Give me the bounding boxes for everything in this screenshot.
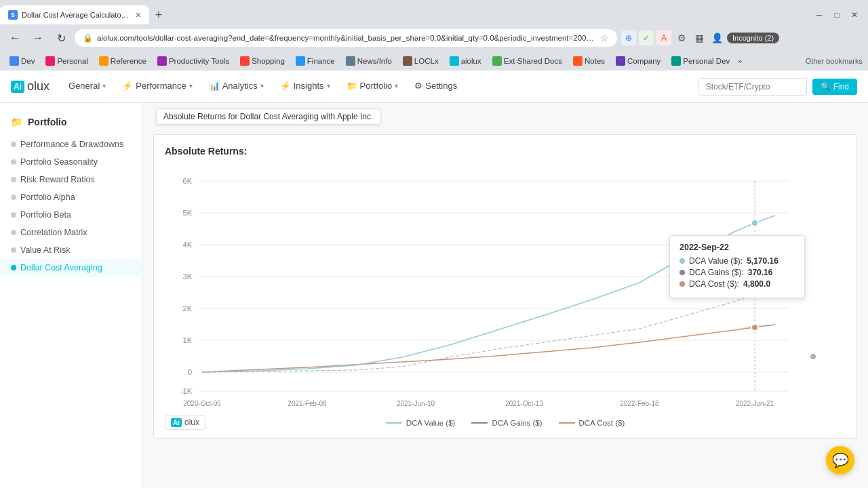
svg-text:2K: 2K — [183, 304, 193, 312]
more-bookmarks-button[interactable]: » — [738, 57, 742, 65]
menu-insights[interactable]: ⚡ Insights ▾ — [272, 70, 338, 103]
bookmark-icon — [99, 56, 108, 66]
bookmark-productivity[interactable]: Productivity Tools — [153, 55, 233, 67]
menu-analytics[interactable]: 📊 Analytics ▾ — [201, 70, 272, 103]
ext-icon-4[interactable]: ⚙ — [674, 30, 689, 45]
tooltip-row-cost: DCA Cost ($): 4,800.0 — [679, 279, 795, 289]
nav-menu: General ▾ ⚡ Performance ▾ 📊 Analytics ▾ … — [60, 70, 465, 103]
main-content: 📁 Portfolio Performance & Drawdowns Port… — [0, 103, 868, 488]
active-tab[interactable]: $ Dollar Cost Average Calculator f... × — [0, 5, 149, 24]
svg-text:1K: 1K — [183, 336, 193, 344]
forward-button[interactable]: → — [28, 28, 47, 47]
app-header: Ai olux General ▾ ⚡ Performance ▾ 📊 Anal… — [0, 70, 868, 103]
chart-container[interactable]: 6K 5K 4K 3K 2K 1K 0 -1K — [165, 167, 846, 413]
search-input[interactable] — [698, 78, 807, 96]
tab-close-button[interactable]: × — [136, 9, 141, 20]
dca-cost-dot-icon — [679, 281, 685, 287]
menu-settings[interactable]: ⚙ Settings — [406, 70, 465, 103]
content-area: Absolute Returns for Dollar Cost Averagi… — [142, 103, 868, 488]
menu-performance[interactable]: ⚡ Performance ▾ — [114, 70, 200, 103]
ext-icon-1[interactable]: ⊕ — [621, 30, 636, 45]
bookmark-notes[interactable]: Notes — [569, 55, 609, 67]
bookmark-dev[interactable]: Dev — [5, 55, 39, 67]
browser-chrome: $ Dollar Cost Average Calculator f... × … — [0, 0, 868, 70]
tooltip-row-gains: DCA Gains ($): 370.16 — [679, 268, 795, 277]
other-bookmarks[interactable]: Other bookmarks — [806, 57, 863, 65]
bookmark-newsinfo[interactable]: News/Info — [342, 55, 396, 67]
sidebar-item-value-at-risk[interactable]: Value At Risk — [0, 241, 142, 259]
bookmark-finance[interactable]: Finance — [292, 55, 339, 67]
bookmark-icon — [240, 56, 250, 66]
chat-button[interactable]: 💬 — [826, 446, 854, 474]
menu-portfolio[interactable]: 📁 Portfolio ▾ — [338, 70, 407, 103]
cursor — [810, 354, 816, 359]
sidebar-title: 📁 Portfolio — [0, 111, 142, 136]
minimize-button[interactable]: ─ — [811, 7, 827, 23]
tooltip-row-value: DCA Value ($): 5,170.16 — [679, 256, 795, 266]
svg-text:2021-Oct-13: 2021-Oct-13 — [505, 400, 543, 407]
sidebar-dot-icon — [11, 159, 16, 165]
svg-text:4K: 4K — [183, 241, 193, 249]
bookmark-star-icon[interactable]: ☆ — [600, 33, 609, 43]
sidebar-item-portfolio-alpha[interactable]: Portfolio Alpha — [0, 188, 142, 206]
app-logo[interactable]: Ai olux — [11, 79, 50, 94]
ext-icon-2[interactable]: ✓ — [639, 30, 654, 45]
ext-icon-5[interactable]: ▦ — [692, 30, 707, 45]
bookmark-ext-shared[interactable]: Ext Shared Docs — [488, 55, 566, 67]
bookmark-personal-dev[interactable]: Personal Dev — [667, 55, 734, 67]
svg-text:5K: 5K — [183, 209, 193, 217]
address-text: aiolux.com/tools/dollar-cost-averaging?e… — [97, 34, 596, 42]
bookmark-icon — [9, 56, 19, 66]
sidebar-item-portfolio-seasonality[interactable]: Portfolio Seasonality — [0, 153, 142, 171]
bookmark-icon — [492, 56, 502, 66]
bookmark-reference[interactable]: Reference — [95, 55, 151, 67]
new-tab-button[interactable]: + — [149, 5, 168, 24]
profile-icon[interactable]: 👤 — [709, 30, 724, 45]
dca-value: 5,170.16 — [747, 256, 778, 266]
bookmark-icon — [296, 56, 305, 66]
svg-text:0: 0 — [188, 368, 192, 376]
dca-value-dot-icon — [679, 258, 685, 264]
maximize-button[interactable]: □ — [829, 7, 845, 23]
bookmark-loclx[interactable]: LOCLx — [399, 55, 443, 67]
chevron-down-icon: ▾ — [395, 82, 398, 89]
bookmark-icon — [45, 56, 55, 66]
sidebar-item-performance-drawdowns[interactable]: Performance & Drawdowns — [0, 136, 142, 153]
legend-line-icon — [471, 422, 488, 424]
address-bar[interactable]: 🔒 aiolux.com/tools/dollar-cost-averaging… — [75, 29, 617, 47]
chart-tooltip: 2022-Sep-22 DCA Value ($): 5,170.16 DCA … — [669, 235, 805, 298]
find-button[interactable]: 🔍 Find — [812, 79, 857, 95]
back-button[interactable]: ← — [5, 28, 24, 47]
sidebar-item-portfolio-beta[interactable]: Portfolio Beta — [0, 206, 142, 224]
sidebar-dot-icon — [11, 195, 16, 200]
legend-dca-value: DCA Value ($) — [386, 419, 456, 427]
header-right: 🔍 Find — [698, 78, 857, 96]
sidebar-dot-icon — [11, 247, 16, 253]
ext-icon-3[interactable]: A — [656, 30, 671, 45]
menu-general[interactable]: General ▾ — [60, 70, 114, 103]
tooltip-date: 2022-Sep-22 — [679, 243, 795, 252]
bookmark-personal[interactable]: Personal — [41, 55, 92, 67]
svg-point-17 — [751, 220, 758, 226]
logo-text: olux — [27, 79, 50, 94]
close-button[interactable]: ✕ — [846, 7, 863, 23]
chevron-down-icon: ▾ — [102, 82, 106, 89]
chevron-down-icon: ▾ — [189, 82, 193, 89]
chart-title: Absolute Returns: — [165, 146, 846, 157]
sidebar-item-correlation-matrix[interactable]: Correlation Matrix — [0, 224, 142, 241]
chart-card: Absolute Returns: 6K 5K — [153, 134, 857, 439]
svg-point-19 — [751, 324, 758, 331]
svg-text:2022-Feb-18: 2022-Feb-18 — [620, 400, 659, 407]
chart-legend: DCA Value ($) DCA Gains ($) DCA Cost ($) — [165, 419, 846, 427]
bookmark-shopping[interactable]: Shopping — [236, 55, 289, 67]
incognito-button[interactable]: Incognito (2) — [727, 33, 779, 43]
address-bar-row: ← → ↻ 🔒 aiolux.com/tools/dollar-cost-ave… — [0, 24, 868, 52]
sidebar-item-dollar-cost-averaging[interactable]: Dollar Cost Averaging — [0, 259, 142, 277]
bookmark-company[interactable]: Company — [612, 55, 665, 67]
svg-text:2020-Oct-05: 2020-Oct-05 — [183, 400, 221, 407]
bookmark-aiolux[interactable]: aiolux — [446, 55, 486, 67]
sidebar-item-risk-reward[interactable]: Risk Reward Ratios — [0, 171, 142, 188]
refresh-button[interactable]: ↻ — [52, 28, 71, 47]
dca-gains-dot-icon — [679, 270, 685, 275]
svg-text:2021-Jun-10: 2021-Jun-10 — [397, 400, 435, 407]
